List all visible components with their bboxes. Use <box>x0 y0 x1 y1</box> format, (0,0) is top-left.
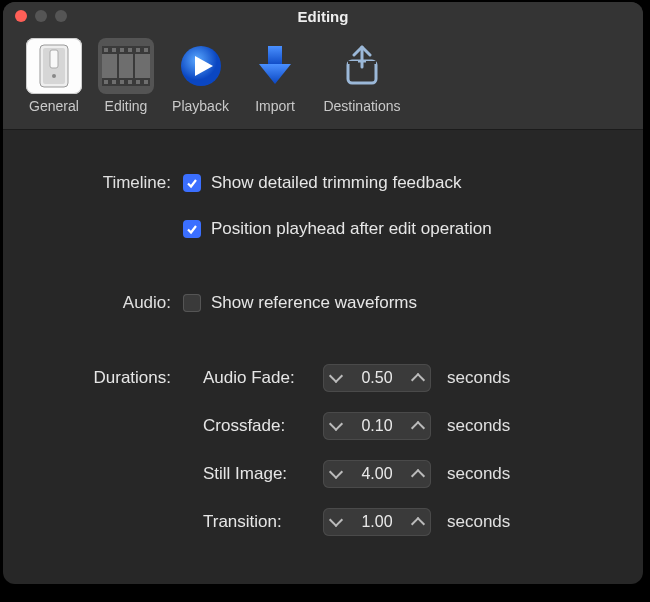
svg-rect-2 <box>50 50 58 68</box>
duration-name: Transition: <box>183 512 323 532</box>
checkbox-reference-waveforms[interactable] <box>183 294 201 312</box>
svg-rect-18 <box>144 80 148 84</box>
stepper-transition[interactable]: 1.00 <box>323 508 431 536</box>
svg-rect-11 <box>136 48 140 52</box>
duration-name: Crossfade: <box>183 416 323 436</box>
svg-rect-28 <box>366 61 376 64</box>
checkbox-label: Show reference waveforms <box>211 293 417 313</box>
window-title: Editing <box>298 8 349 25</box>
preferences-window: Editing General <box>3 2 643 584</box>
tab-import[interactable]: Import <box>240 34 310 114</box>
playback-icon <box>173 38 229 94</box>
stepper-increment[interactable] <box>405 412 431 440</box>
chevron-down-icon <box>329 465 343 479</box>
svg-rect-14 <box>112 80 116 84</box>
svg-rect-7 <box>104 48 108 52</box>
stepper-still-image[interactable]: 4.00 <box>323 460 431 488</box>
svg-rect-16 <box>128 80 132 84</box>
content-area: Timeline: Show detailed trimming feedbac… <box>3 130 643 570</box>
stepper-increment[interactable] <box>405 508 431 536</box>
window-controls <box>15 2 67 30</box>
svg-rect-5 <box>102 46 150 54</box>
svg-rect-8 <box>112 48 116 52</box>
destinations-icon <box>334 38 390 94</box>
stepper-value[interactable]: 1.00 <box>349 513 405 531</box>
editing-icon <box>98 38 154 94</box>
svg-rect-17 <box>136 80 140 84</box>
svg-rect-10 <box>128 48 132 52</box>
tab-label: General <box>29 98 79 114</box>
stepper-value[interactable]: 4.00 <box>349 465 405 483</box>
duration-name: Still Image: <box>183 464 323 484</box>
unit-label: seconds <box>447 464 510 484</box>
chevron-up-icon <box>411 373 425 387</box>
stepper-decrement[interactable] <box>323 364 349 392</box>
svg-rect-12 <box>144 48 148 52</box>
tab-label: Import <box>255 98 295 114</box>
stepper-crossfade[interactable]: 0.10 <box>323 412 431 440</box>
stepper-audio-fade[interactable]: 0.50 <box>323 364 431 392</box>
svg-rect-27 <box>348 61 358 64</box>
tab-label: Editing <box>105 98 148 114</box>
close-window-button[interactable] <box>15 10 27 22</box>
svg-rect-23 <box>268 46 282 66</box>
durations-label: Durations: <box>27 368 183 388</box>
stepper-increment[interactable] <box>405 460 431 488</box>
checkbox-label: Show detailed trimming feedback <box>211 173 461 193</box>
tab-label: Playback <box>172 98 229 114</box>
minimize-window-button[interactable] <box>35 10 47 22</box>
svg-rect-15 <box>120 80 124 84</box>
zoom-window-button[interactable] <box>55 10 67 22</box>
general-icon <box>26 38 82 94</box>
svg-point-3 <box>52 74 56 78</box>
chevron-up-icon <box>411 517 425 531</box>
stepper-value[interactable]: 0.10 <box>349 417 405 435</box>
svg-rect-13 <box>104 80 108 84</box>
stepper-decrement[interactable] <box>323 460 349 488</box>
checkbox-trimming-feedback[interactable] <box>183 174 201 192</box>
import-icon <box>247 38 303 94</box>
stepper-decrement[interactable] <box>323 412 349 440</box>
unit-label: seconds <box>447 512 510 532</box>
checkbox-label: Position playhead after edit operation <box>211 219 492 239</box>
audio-label: Audio: <box>27 293 183 313</box>
tab-label: Destinations <box>323 98 400 114</box>
unit-label: seconds <box>447 416 510 436</box>
chevron-down-icon <box>329 417 343 431</box>
stepper-increment[interactable] <box>405 364 431 392</box>
stepper-decrement[interactable] <box>323 508 349 536</box>
tab-general[interactable]: General <box>19 34 89 114</box>
preferences-toolbar: General <box>3 30 643 130</box>
tab-destinations[interactable]: Destinations <box>312 34 412 114</box>
tab-playback[interactable]: Playback <box>163 34 238 114</box>
svg-rect-6 <box>102 78 150 86</box>
chevron-down-icon <box>329 369 343 383</box>
timeline-label: Timeline: <box>27 173 183 193</box>
duration-name: Audio Fade: <box>183 368 323 388</box>
tab-editing[interactable]: Editing <box>91 34 161 114</box>
chevron-down-icon <box>329 513 343 527</box>
svg-marker-24 <box>259 64 291 84</box>
svg-rect-9 <box>120 48 124 52</box>
durations-section: Durations: Audio Fade: 0.50 seconds Cros… <box>27 354 619 546</box>
titlebar: Editing <box>3 2 643 30</box>
stepper-value[interactable]: 0.50 <box>349 369 405 387</box>
chevron-up-icon <box>411 469 425 483</box>
chevron-up-icon <box>411 421 425 435</box>
unit-label: seconds <box>447 368 510 388</box>
checkbox-position-playhead[interactable] <box>183 220 201 238</box>
